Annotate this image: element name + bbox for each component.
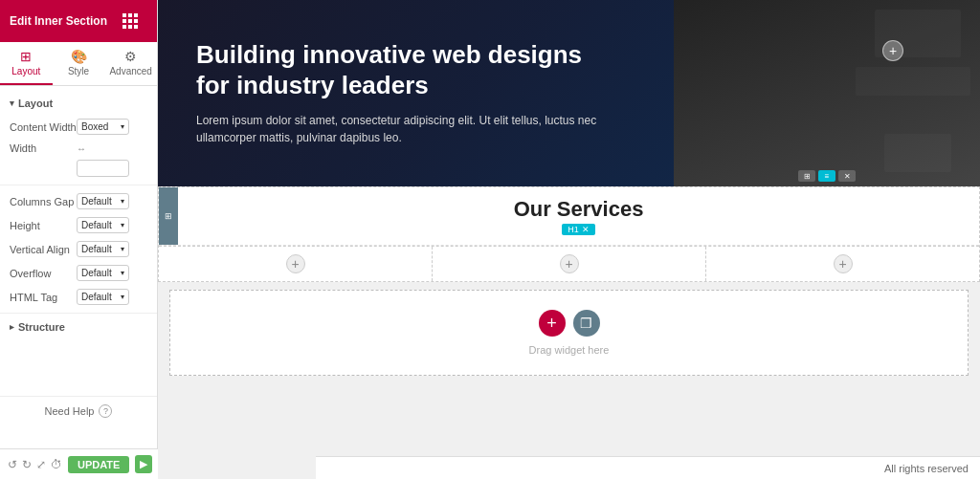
hero-screenshot: + ⊞ ≡ ✕ xyxy=(674,0,980,186)
structure-section-title: ▸ Structure xyxy=(0,317,157,338)
content-width-label: Content Width xyxy=(10,121,77,133)
html-tag-select[interactable]: Default ▾ xyxy=(77,289,129,305)
content-width-select[interactable]: Boxed ▾ xyxy=(77,119,129,135)
width-input[interactable] xyxy=(77,160,129,177)
empty-section-buttons: + ❐ xyxy=(539,310,600,337)
add-widget-btn-1[interactable]: + xyxy=(286,254,305,273)
vertical-align-select[interactable]: Default ▾ xyxy=(77,241,129,257)
hero-title: Building innovative web designs for indu… xyxy=(196,40,617,99)
widget-badge[interactable]: H1 ✕ xyxy=(562,224,595,235)
screenshot-dark: + ⊞ ≡ ✕ xyxy=(674,0,980,186)
column-cell-2: + xyxy=(433,247,706,281)
overflow-control: Default ▾ xyxy=(77,265,147,281)
panel-tabs: ⊞ Layout 🎨 Style ⚙ Advanced xyxy=(0,42,157,86)
services-handle[interactable]: ⊞ xyxy=(159,187,178,245)
drag-hint: Drag widget here xyxy=(529,344,610,356)
toolbar-icon-2[interactable]: ≡ xyxy=(818,170,835,182)
content-width-control: Boxed ▾ xyxy=(77,119,147,135)
toolbar-icon-3[interactable]: ✕ xyxy=(838,170,856,182)
need-help-row: Need Help ? xyxy=(0,396,157,425)
toolbar-icon-1[interactable]: ⊞ xyxy=(798,170,815,182)
bottom-bar-icons: ↺ ↻ ⤢ ⏱ xyxy=(8,458,62,471)
height-control: Default ▾ xyxy=(77,217,147,233)
screenshot-item-3 xyxy=(884,134,951,172)
columns-gap-control: Default ▾ xyxy=(77,193,147,209)
move-icon[interactable]: ⤢ xyxy=(36,458,46,471)
height-row: Height Default ▾ xyxy=(0,213,157,237)
structure-arrow: ▸ xyxy=(10,322,14,332)
hero-bottom-toolbar: ⊞ ≡ ✕ xyxy=(674,170,980,182)
tab-advanced[interactable]: ⚙ Advanced xyxy=(104,42,157,85)
vertical-align-label: Vertical Align xyxy=(10,244,77,255)
grid-icon[interactable] xyxy=(113,7,147,35)
need-help-label: Need Help xyxy=(45,405,95,417)
columns-gap-label: Columns Gap xyxy=(10,196,77,207)
main-footer: All rights reserved xyxy=(316,456,980,479)
height-select[interactable]: Default ▾ xyxy=(77,217,129,233)
layout-section-title: ▾ Layout xyxy=(0,94,157,115)
help-icon[interactable]: ? xyxy=(99,404,112,418)
add-widget-btn-3[interactable]: + xyxy=(834,254,853,273)
height-label: Height xyxy=(10,220,77,231)
columns-row: + + + xyxy=(159,246,979,281)
panel-body: ▾ Layout Content Width Boxed ▾ Width ↔ xyxy=(0,86,157,479)
vertical-align-row: Vertical Align Default ▾ xyxy=(0,237,157,261)
width-input-wrap xyxy=(77,160,129,177)
style-icon: 🎨 xyxy=(53,49,105,64)
column-cell-3: + xyxy=(706,247,979,281)
chevron-down-icon: ▾ xyxy=(121,122,124,131)
chevron-down-icon-4: ▾ xyxy=(121,245,124,253)
services-widget-toolbar: H1 ✕ xyxy=(197,224,960,235)
footer-rights: All rights reserved xyxy=(884,463,969,474)
chevron-down-icon-3: ▾ xyxy=(121,221,124,229)
width-row: Width ↔ xyxy=(0,139,157,158)
update-button[interactable]: UPDATE xyxy=(68,456,129,473)
panel-header: Edit Inner Section xyxy=(0,0,157,42)
layout-icon: ⊞ xyxy=(0,49,53,64)
advanced-icon: ⚙ xyxy=(104,49,157,64)
hero-body: Lorem ipsum dolor sit amet, consectetur … xyxy=(196,112,617,146)
main-canvas: Building innovative web designs for indu… xyxy=(158,0,980,479)
layout-arrow: ▾ xyxy=(10,98,14,108)
copy-section-button[interactable]: ❐ xyxy=(573,310,600,337)
add-widget-btn-2[interactable]: + xyxy=(560,254,579,273)
redo-icon[interactable]: ↻ xyxy=(22,458,32,471)
services-header-row: ⊞ Our Services H1 ✕ xyxy=(159,187,979,246)
tab-style[interactable]: 🎨 Style xyxy=(53,42,105,85)
services-title: Our Services xyxy=(197,197,960,222)
width-icon: ↔ xyxy=(77,143,86,154)
hero-content: Building innovative web designs for indu… xyxy=(158,40,656,145)
services-title-area: Our Services H1 ✕ xyxy=(178,187,979,245)
undo-icon[interactable]: ↺ xyxy=(8,458,17,471)
chevron-down-icon-5: ▾ xyxy=(121,269,124,277)
columns-gap-select[interactable]: Default ▾ xyxy=(77,193,129,209)
html-tag-row: HTML Tag Default ▾ xyxy=(0,285,157,309)
tab-layout[interactable]: ⊞ Layout xyxy=(0,42,53,85)
widget-badge-close[interactable]: ✕ xyxy=(582,225,590,234)
columns-gap-row: Columns Gap Default ▾ xyxy=(0,189,157,213)
hero-section: Building innovative web designs for indu… xyxy=(158,0,980,186)
width-control: ↔ xyxy=(77,143,147,154)
services-handle-icon: ⊞ xyxy=(165,211,172,221)
panel-title: Edit Inner Section xyxy=(10,14,107,28)
chevron-down-icon-2: ▾ xyxy=(121,197,124,206)
overflow-label: Overflow xyxy=(10,268,77,279)
screenshot-item-2 xyxy=(856,67,970,96)
width-input-row xyxy=(0,158,157,181)
inner-add-button[interactable]: + xyxy=(882,40,903,61)
expand-button[interactable]: ▶ xyxy=(135,455,152,473)
empty-section: + ❐ Drag widget here xyxy=(169,290,969,376)
overflow-row: Overflow Default ▾ xyxy=(0,261,157,285)
left-panel: Edit Inner Section ⊞ Layout 🎨 Style ⚙ Ad… xyxy=(0,0,158,479)
bottom-bar: ↺ ↻ ⤢ ⏱ UPDATE ▶ xyxy=(0,448,158,479)
chevron-down-icon-6: ▾ xyxy=(121,293,124,301)
widget-badge-label: H1 xyxy=(568,225,579,234)
column-cell-1: + xyxy=(159,247,433,281)
history-icon[interactable]: ⏱ xyxy=(51,458,62,471)
content-width-row: Content Width Boxed ▾ xyxy=(0,115,157,139)
overflow-select[interactable]: Default ▾ xyxy=(77,265,129,281)
services-section: ⊞ Our Services H1 ✕ + + xyxy=(158,186,980,282)
html-tag-control: Default ▾ xyxy=(77,289,147,305)
html-tag-label: HTML Tag xyxy=(10,292,77,303)
add-section-button[interactable]: + xyxy=(539,310,566,337)
